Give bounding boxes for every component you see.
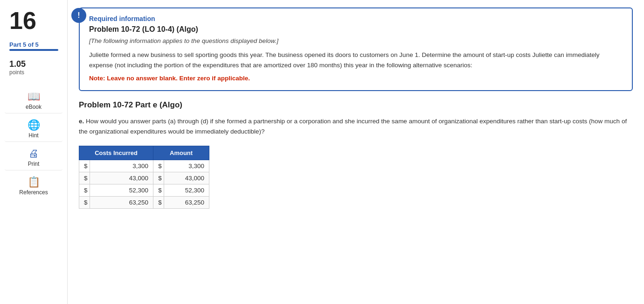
ebook-label: eBook: [26, 104, 42, 110]
references-icon: 📋: [28, 176, 40, 188]
info-icon: !: [71, 8, 86, 23]
amount-value-3[interactable]: 52,300: [164, 184, 209, 197]
main-content: ! Required information Problem 10-72 (LO…: [68, 0, 644, 304]
part-progress-fill: [9, 49, 58, 51]
hint-icon: 🌐: [28, 119, 40, 131]
amount-value-4[interactable]: 63,250: [164, 197, 209, 209]
description-text: Juliette formed a new business to sell s…: [89, 50, 623, 70]
table-row: $ 63,250 $ 63,250: [79, 197, 209, 209]
question-number: 16: [5, 8, 36, 33]
required-information-label: Required information: [89, 15, 623, 22]
costs-table: Costs Incurred Amount $ 3,300 $ 3,300 $ …: [79, 146, 209, 209]
part-label: Part 5 of 5: [5, 41, 39, 48]
cost-value-4[interactable]: 63,250: [90, 197, 153, 209]
part-section-title: Problem 10-72 Part e (Algo): [79, 100, 633, 110]
points-label: points: [5, 69, 24, 76]
amount-value-1[interactable]: 3,300: [164, 160, 209, 172]
hint-label: Hint: [28, 132, 38, 139]
table-row: $ 3,300 $ 3,300: [79, 160, 209, 172]
sidebar-item-ebook[interactable]: 📖 eBook: [5, 87, 62, 113]
sidebar-item-print[interactable]: 🖨 Print: [5, 144, 62, 170]
references-label: References: [19, 189, 48, 196]
cost-value-2[interactable]: 43,000: [90, 172, 153, 184]
applies-text: [The following information applies to th…: [89, 37, 623, 44]
points-value: 1.05: [5, 59, 26, 69]
question-prefix: e.: [79, 118, 84, 125]
page-container: 16 Part 5 of 5 1.05 points 📖 eBook 🌐 Hin…: [0, 0, 644, 304]
amount-dollar-1: $: [153, 160, 164, 172]
amount-dollar-4: $: [153, 197, 164, 209]
cost-dollar-3: $: [79, 184, 90, 197]
col-header-costs: Costs Incurred: [79, 146, 153, 160]
table-row: $ 52,300 $ 52,300: [79, 184, 209, 197]
cost-dollar-1: $: [79, 160, 90, 172]
col-header-amount: Amount: [153, 146, 209, 160]
ebook-icon: 📖: [28, 91, 40, 103]
required-info-content: Required information Problem 10-72 (LO 1…: [80, 8, 632, 90]
amount-dollar-2: $: [153, 172, 164, 184]
cost-value-3[interactable]: 52,300: [90, 184, 153, 197]
part-progress-bar: [9, 49, 58, 51]
cost-dollar-2: $: [79, 172, 90, 184]
note-text: Note: Leave no answer blank. Enter zero …: [89, 75, 623, 82]
table-row: $ 43,000 $ 43,000: [79, 172, 209, 184]
required-info-box: ! Required information Problem 10-72 (LO…: [79, 7, 633, 91]
sidebar: 16 Part 5 of 5 1.05 points 📖 eBook 🌐 Hin…: [0, 0, 68, 304]
amount-value-2[interactable]: 43,000: [164, 172, 209, 184]
problem-title: Problem 10-72 (LO 10-4) (Algo): [89, 25, 623, 34]
print-label: Print: [28, 161, 40, 167]
print-icon: 🖨: [28, 148, 39, 160]
cost-dollar-4: $: [79, 197, 90, 209]
cost-value-1[interactable]: 3,300: [90, 160, 153, 172]
amount-dollar-3: $: [153, 184, 164, 197]
sidebar-icons: 📖 eBook 🌐 Hint 🖨 Print 📋 References: [5, 87, 62, 198]
question-body: How would you answer parts (a) through (…: [79, 118, 627, 135]
question-text: e. How would you answer parts (a) throug…: [79, 116, 633, 136]
sidebar-item-references[interactable]: 📋 References: [5, 172, 62, 198]
sidebar-item-hint[interactable]: 🌐 Hint: [5, 115, 62, 142]
